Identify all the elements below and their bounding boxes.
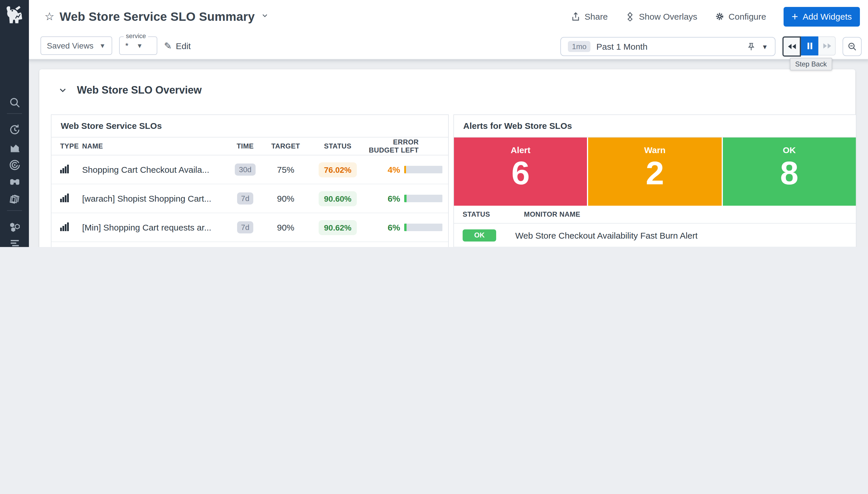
share-button[interactable]: Share xyxy=(571,12,608,21)
toolbar: Saved Views▼ service *▼ ✎ Edit 1mo Past … xyxy=(29,33,868,59)
monitor-table-header: STATUS MONITOR NAME xyxy=(454,206,856,224)
pause-icon xyxy=(807,42,813,50)
time-window-chip: 30d xyxy=(235,164,255,176)
sidebar-divider xyxy=(7,113,22,114)
chevron-down-icon: ▼ xyxy=(99,42,106,49)
header: ☆ Web Store Service SLO Summary Share Sh… xyxy=(29,0,868,33)
logs-icon[interactable] xyxy=(0,234,29,247)
add-widgets-button[interactable]: + Add Widgets xyxy=(783,7,860,26)
alerts-widget[interactable]: Alerts for Web Store SLOs Alert6 Warn2 O… xyxy=(453,114,856,247)
slo-name[interactable]: [Min] Shopping Cart requests ar... xyxy=(82,223,228,232)
edit-button[interactable]: ✎ Edit xyxy=(164,40,191,51)
watchdog-icon[interactable] xyxy=(0,173,29,190)
bar-chart-type-icon xyxy=(60,222,69,231)
search-icon[interactable] xyxy=(0,94,29,111)
budget-left-value: 4% xyxy=(388,165,400,174)
time-window-chip: 7d xyxy=(237,221,254,233)
pencil-icon: ✎ xyxy=(164,40,172,51)
title-chevron-icon[interactable] xyxy=(260,11,269,22)
configure-button[interactable]: Configure xyxy=(715,12,766,21)
warn-tile[interactable]: Warn2 xyxy=(589,137,722,206)
step-forward-icon xyxy=(822,42,831,50)
step-back-tooltip: Step Back xyxy=(790,58,832,71)
dashboard-title: Web Store Service SLO Summary xyxy=(59,10,255,23)
service-filter-dropdown[interactable]: service *▼ xyxy=(119,36,157,55)
ok-tile[interactable]: OK8 xyxy=(723,137,856,206)
slo-table-body: Shopping Cart Checkout Availa...30d75%76… xyxy=(52,155,448,247)
time-window-chip: 7d xyxy=(237,192,254,205)
service-filter-label: service xyxy=(124,32,148,39)
metrics-icon[interactable] xyxy=(0,139,29,156)
alert-summary-tiles: Alert6 Warn2 OK8 xyxy=(454,137,856,206)
monitor-table-body: OKWeb Store Checkout Availability Fast B… xyxy=(454,224,856,247)
saved-views-dropdown[interactable]: Saved Views▼ xyxy=(40,36,112,55)
chevron-down-icon[interactable]: ▼ xyxy=(762,43,768,50)
widget-title: Alerts for Web Store SLOs xyxy=(454,115,856,137)
slo-status-badge: 76.02% xyxy=(319,162,357,177)
share-icon xyxy=(571,12,581,21)
widget-title: Web Store Service SLOs xyxy=(52,115,448,137)
slo-target: 75% xyxy=(263,165,309,174)
show-overlays-button[interactable]: Show Overlays xyxy=(625,12,698,21)
monitor-row[interactable]: OKWeb Store Checkout Availability Fast B… xyxy=(454,224,856,247)
step-back-icon xyxy=(787,43,796,50)
step-back-button[interactable] xyxy=(782,36,801,57)
section-title: Web Store SLO Overview xyxy=(77,84,202,96)
slo-table-row[interactable]: [Min] Shopping Cart requests ar...7d90%9… xyxy=(52,213,448,242)
time-range-chip: 1mo xyxy=(568,41,591,52)
plus-icon: + xyxy=(792,11,798,22)
sidebar-divider xyxy=(7,210,22,211)
monitor-status-badge: OK xyxy=(463,229,496,241)
alert-tile[interactable]: Alert6 xyxy=(454,137,587,206)
monitor-name[interactable]: Web Store Checkout Availability Fast Bur… xyxy=(515,230,698,240)
pin-icon[interactable] xyxy=(746,42,756,51)
slo-table-header: TYPE NAME TIME TARGET STATUS ERROR BUDGE… xyxy=(52,137,448,155)
history-icon[interactable] xyxy=(0,121,29,138)
step-forward-button[interactable] xyxy=(818,36,836,55)
slo-table-row[interactable]: [warach] Shopist Shopping Cart...7d90%90… xyxy=(52,184,448,213)
playback-controls xyxy=(782,36,836,57)
slo-target: 90% xyxy=(263,193,309,203)
datadog-logo-icon[interactable] xyxy=(0,1,29,29)
slo-name[interactable]: [warach] Shopist Shopping Cart... xyxy=(82,193,228,203)
dashboard-content: Web Store SLO Overview Web Store Service… xyxy=(29,59,868,247)
overlays-icon xyxy=(625,12,635,21)
budget-progress-bar xyxy=(404,224,442,231)
collapse-chevron-icon[interactable] xyxy=(58,86,67,95)
section-web-store-slo-overview: Web Store SLO Overview Web Store Service… xyxy=(39,69,855,247)
pause-button[interactable] xyxy=(801,36,818,55)
slo-list-widget[interactable]: Web Store Service SLOs TYPE NAME TIME TA… xyxy=(51,114,449,247)
budget-left-value: 6% xyxy=(388,193,400,203)
datadog-dashboard: ? Help ☆ Web Store Service SLO Summary S… xyxy=(0,0,868,247)
slo-target: 90% xyxy=(263,223,309,232)
time-range-label: Past 1 Month xyxy=(597,42,741,52)
budget-progress-bar xyxy=(404,195,442,202)
monitors-icon[interactable] xyxy=(0,156,29,173)
sidebar: ? Help xyxy=(0,0,29,247)
budget-left-value: 6% xyxy=(388,223,400,232)
bar-chart-type-icon xyxy=(60,193,69,202)
budget-progress-bar xyxy=(404,166,442,173)
notebooks-icon[interactable] xyxy=(0,191,29,208)
slo-table-row[interactable]: [Test-M.Y]Web Store Service Ava...30d93%… xyxy=(52,242,448,247)
zoom-out-button[interactable] xyxy=(843,37,862,56)
slo-status-badge: 90.60% xyxy=(319,191,357,206)
infrastructure-icon[interactable] xyxy=(0,218,29,235)
zoom-out-icon xyxy=(847,42,857,52)
slo-name[interactable]: Shopping Cart Checkout Availa... xyxy=(82,165,228,174)
slo-status-badge: 90.62% xyxy=(319,220,357,235)
favorite-star-icon[interactable]: ☆ xyxy=(44,10,54,23)
bar-chart-type-icon xyxy=(60,164,69,173)
gear-icon xyxy=(715,12,725,21)
time-range-selector[interactable]: 1mo Past 1 Month ▼ xyxy=(560,37,776,56)
chevron-down-icon: ▼ xyxy=(137,42,143,49)
slo-table-row[interactable]: Shopping Cart Checkout Availa...30d75%76… xyxy=(52,155,448,184)
